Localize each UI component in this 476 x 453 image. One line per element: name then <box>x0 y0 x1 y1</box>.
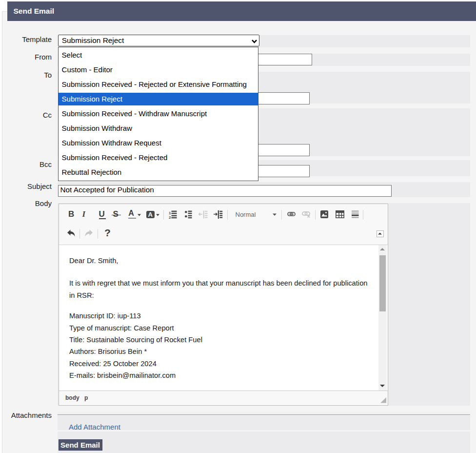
svg-text:1: 1 <box>169 210 171 215</box>
svg-text:2: 2 <box>169 215 171 219</box>
